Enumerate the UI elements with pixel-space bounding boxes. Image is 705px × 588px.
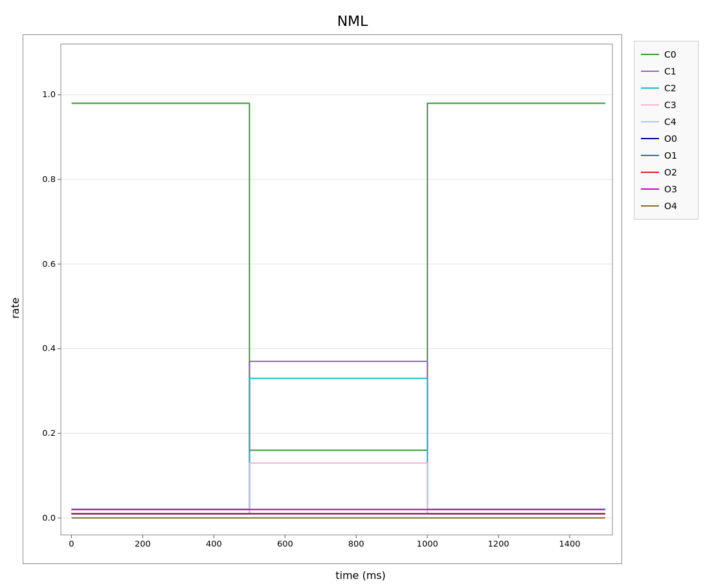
legend-item-c3: C3: [641, 100, 691, 110]
chart-title: NML: [337, 13, 368, 29]
legend-line-c4: [641, 121, 659, 122]
plot-svg: 0.00.20.40.60.81.00200400600800100012001…: [23, 35, 621, 563]
chart-container: NML rate 0.00.20.40.60.81.00200400600800…: [0, 0, 705, 588]
chart-area-wrapper: 0.00.20.40.60.81.00200400600800100012001…: [23, 34, 699, 582]
svg-text:800: 800: [348, 539, 364, 548]
legend-line-o2: [641, 172, 659, 173]
legend-line-c2: [641, 87, 659, 89]
svg-text:0.8: 0.8: [42, 174, 56, 184]
legend-label-c1: C1: [664, 66, 677, 76]
legend-label-o1: O1: [664, 150, 677, 161]
legend-label-c4: C4: [664, 117, 677, 127]
legend-label-o3: O3: [664, 184, 677, 194]
legend-line-o1: [641, 155, 659, 156]
chart-body: rate 0.00.20.40.60.81.002004006008001000…: [6, 34, 699, 582]
legend-line-c1: [641, 71, 659, 72]
legend-item-o4: O4: [641, 201, 691, 211]
svg-text:0.2: 0.2: [42, 428, 56, 438]
svg-text:0.6: 0.6: [42, 259, 56, 269]
svg-text:1200: 1200: [488, 539, 509, 548]
legend-label-o4: O4: [664, 201, 677, 211]
legend-item-c0: C0: [641, 49, 691, 60]
legend-item-o3: O3: [641, 184, 691, 194]
legend-item-c1: C1: [641, 66, 691, 76]
legend-line-o4: [641, 205, 659, 207]
legend-label-c3: C3: [664, 100, 677, 110]
legend-line-c0: [641, 54, 659, 55]
legend-item-c4: C4: [641, 117, 691, 127]
legend-item-o1: O1: [641, 150, 691, 161]
svg-text:400: 400: [206, 539, 222, 548]
svg-text:600: 600: [277, 539, 293, 548]
legend-line-c3: [641, 104, 659, 106]
svg-text:0.0: 0.0: [42, 513, 56, 523]
plot-and-legend: 0.00.20.40.60.81.00200400600800100012001…: [23, 34, 699, 564]
svg-text:1.0: 1.0: [42, 89, 56, 99]
x-axis-label: time (ms): [23, 564, 699, 582]
legend-line-o3: [641, 188, 659, 190]
y-axis-label: rate: [6, 34, 21, 582]
plot-area: 0.00.20.40.60.81.00200400600800100012001…: [23, 34, 622, 564]
svg-text:1000: 1000: [417, 539, 438, 548]
svg-text:200: 200: [135, 539, 151, 548]
legend-line-o0: [641, 138, 659, 139]
legend-label-o0: O0: [664, 133, 677, 144]
svg-text:1400: 1400: [559, 539, 580, 548]
legend-item-o0: O0: [641, 133, 691, 144]
legend-label-o2: O2: [664, 167, 677, 177]
legend: C0C1C2C3C4O0O1O2O3O4: [634, 41, 699, 220]
svg-text:0.4: 0.4: [42, 343, 56, 353]
legend-label-c0: C0: [664, 49, 677, 60]
legend-item-c2: C2: [641, 83, 691, 93]
svg-text:0: 0: [69, 539, 74, 548]
svg-rect-34: [61, 44, 612, 535]
legend-item-o2: O2: [641, 167, 691, 177]
legend-label-c2: C2: [664, 83, 677, 93]
